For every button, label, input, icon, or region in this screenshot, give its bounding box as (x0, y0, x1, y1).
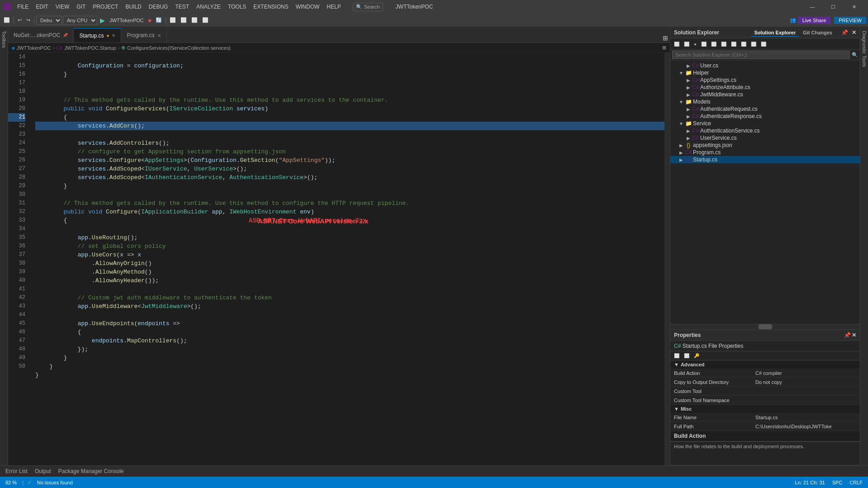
bottom-tab-output[interactable]: Output (33, 467, 53, 475)
menu-project[interactable]: PROJECT (90, 3, 121, 11)
tree-item-userservice[interactable]: ▶ C# UserService.cs (670, 134, 860, 142)
toolbar-redo[interactable]: ↪ (24, 16, 32, 24)
toolbar-new[interactable]: ⬜ (2, 16, 12, 24)
tab-startup[interactable]: Startup.cs ● ✕ (74, 28, 121, 43)
se-toolbar-btn1[interactable]: ⬜ (672, 41, 681, 47)
menu-file[interactable]: FILE (14, 3, 31, 11)
code-content[interactable]: Configuration = configuration; } // This… (31, 53, 664, 465)
tree-item-authreq[interactable]: ▶ C# AuthenticateRequest.cs (670, 105, 860, 113)
toolbar-btn3[interactable]: ⬜ (190, 16, 199, 24)
code-line-33: app.UseRouting(); (35, 234, 138, 241)
se-pin[interactable]: 📌 (841, 29, 848, 36)
tree-item-appsettings[interactable]: ▶ C# AppSettings.cs (670, 76, 860, 84)
breadcrumb-expand[interactable]: ⊞ (662, 45, 666, 51)
search-label[interactable]: Search (364, 4, 380, 9)
tree-item-helper[interactable]: ▼ 📁 Helper (670, 69, 860, 76)
right-status-items: Ln: 21 Ch: 31 SPC CRLF (793, 480, 864, 485)
breadcrumb-project[interactable]: JWTTokenPOC (17, 45, 51, 51)
prop-value-copy-output[interactable]: Do not copy (752, 379, 860, 386)
properties-close[interactable]: ✕ (852, 332, 856, 338)
se-toolbar-btn2[interactable]: ⬜ (682, 41, 691, 47)
prop-section-misc[interactable]: ▼ Misc (670, 405, 860, 413)
menu-view[interactable]: VIEW (53, 3, 72, 11)
menu-edit[interactable]: EDIT (33, 3, 51, 11)
se-toolbar-btn10[interactable]: ⬜ (759, 41, 768, 47)
menu-tools[interactable]: TOOLS (225, 3, 249, 11)
toolbar-btn4[interactable]: ⬜ (200, 16, 210, 24)
tree-item-models[interactable]: ▼ 📁 Models (670, 98, 860, 105)
se-toolbar-btn7[interactable]: ⬜ (729, 41, 738, 47)
prop-value-filename[interactable]: Startup.cs (752, 414, 860, 421)
tree-item-programcs[interactable]: ▶ C# Program.cs (670, 149, 860, 156)
se-close[interactable]: ✕ (852, 29, 856, 36)
bottom-tab-errors[interactable]: Error List (4, 467, 29, 475)
maximize-button[interactable]: ☐ (823, 0, 844, 14)
menu-debug[interactable]: DEBUG (146, 3, 171, 11)
tab-startup-close[interactable]: ✕ (112, 33, 115, 38)
se-toolbar-btn8[interactable]: ⬜ (739, 41, 748, 47)
tree-item-appsettingsjson[interactable]: ▶ {} appsettings.json (670, 142, 860, 149)
se-toolbar-btn3[interactable]: ● (692, 41, 698, 47)
platform-dropdown[interactable]: Any CPU (63, 16, 97, 25)
se-horizontal-scrollbar[interactable] (670, 324, 860, 329)
menu-git[interactable]: GIT (74, 3, 88, 11)
breadcrumb-method[interactable]: ConfigureServices(IServiceCollection ser… (127, 45, 231, 51)
run-button[interactable]: ▶ (98, 17, 107, 24)
editor-scrollbar[interactable] (664, 53, 670, 465)
toolbar-restart[interactable]: 🔄 (154, 16, 164, 24)
menu-analyze[interactable]: ANALYZE (194, 3, 223, 11)
breadcrumb-class[interactable]: JWTTokenPOC.Startup (64, 45, 116, 51)
prop-value-build-action[interactable]: C# compiler (752, 370, 860, 377)
menu-help[interactable]: HELP (324, 3, 343, 11)
properties-pin[interactable]: 📌 (844, 332, 851, 338)
toolbar-btn2[interactable]: ⬜ (179, 16, 189, 24)
toolbar-undo[interactable]: ↩ (16, 16, 24, 24)
menu-window[interactable]: WINDOW (293, 3, 323, 11)
code-line-41: app.UseMiddleware<JwtMiddleware>(); (35, 303, 201, 310)
tree-item-authorize[interactable]: ▶ C# AuthorizeAttribute.cs (670, 84, 860, 91)
status-zoom[interactable]: 82 % (4, 480, 19, 485)
prop-value-custom-tool[interactable] (752, 390, 860, 392)
prop-value-custom-tool-ns[interactable] (752, 399, 860, 401)
run-project-label[interactable]: JWTTokenPOC (108, 18, 146, 23)
prop-section-advanced[interactable]: ▼ Advanced (670, 360, 860, 369)
toolbox-label: Toolbox (1, 31, 7, 48)
toolbox-sidebar[interactable]: Toolbox (0, 27, 8, 465)
preview-button[interactable]: PREVIEW (834, 17, 866, 24)
se-tab-git[interactable]: Git Changes (799, 29, 836, 37)
toolbar-stop[interactable]: ■ (147, 17, 153, 24)
se-search-input[interactable] (672, 51, 850, 59)
tab-nuget-pin[interactable]: 📌 (63, 33, 68, 38)
code-line-17 (35, 88, 39, 95)
menu-build[interactable]: BUILD (123, 3, 144, 11)
se-toolbar-btn5[interactable]: ⬜ (709, 41, 718, 47)
bottom-tab-console[interactable]: Package Manager Console (57, 467, 126, 475)
minimize-button[interactable]: — (802, 0, 823, 14)
tree-item-jwtmiddleware[interactable]: ▶ C# JwtMiddleware.cs (670, 91, 860, 98)
close-button[interactable]: ✕ (844, 0, 864, 14)
se-toolbar-btn4[interactable]: ⬜ (699, 41, 708, 47)
tree-item-user[interactable]: ▶ C# User.cs (670, 62, 860, 69)
config-dropdown[interactable]: Debu (36, 16, 62, 25)
se-toolbar-btn9[interactable]: ⬜ (749, 41, 758, 47)
tab-nuget[interactable]: NuGet:....okenPOC 📌 (8, 28, 74, 43)
prop-toolbar-btn2[interactable]: ⬜ (682, 352, 691, 359)
se-tab-solution[interactable]: Solution Explorer (751, 29, 800, 37)
code-line-16 (35, 80, 39, 86)
prop-toolbar-btn3[interactable]: 🔑 (692, 352, 701, 359)
toolbar-btn1[interactable]: ⬜ (168, 16, 178, 24)
menu-extensions[interactable]: EXTENSIONS (251, 3, 291, 11)
diagnostic-sidebar[interactable]: Diagnostic Tools (860, 27, 868, 465)
tab-program[interactable]: Program.cs ✕ (121, 28, 166, 43)
tree-item-authresp[interactable]: ▶ C# AuthenticateResponse.cs (670, 113, 860, 120)
se-toolbar-btn6[interactable]: ⬜ (719, 41, 728, 47)
tree-item-authservice[interactable]: ▶ C# AuthenticationService.cs (670, 127, 860, 134)
line-numbers: 14 15 16 17 18 19 20 21 22 23 24 25 26 2… (8, 53, 31, 465)
menu-test[interactable]: TEST (172, 3, 192, 11)
live-share-button[interactable]: Live Share (798, 17, 831, 24)
tree-item-startupcs[interactable]: ▶ C# Startup.cs (670, 156, 860, 163)
tab-program-close[interactable]: ✕ (157, 33, 161, 38)
tree-item-service[interactable]: ▼ 📁 Service (670, 120, 860, 127)
prop-toolbar-btn1[interactable]: ⬜ (672, 352, 681, 359)
split-editor-button[interactable]: ⊞ (661, 33, 670, 43)
